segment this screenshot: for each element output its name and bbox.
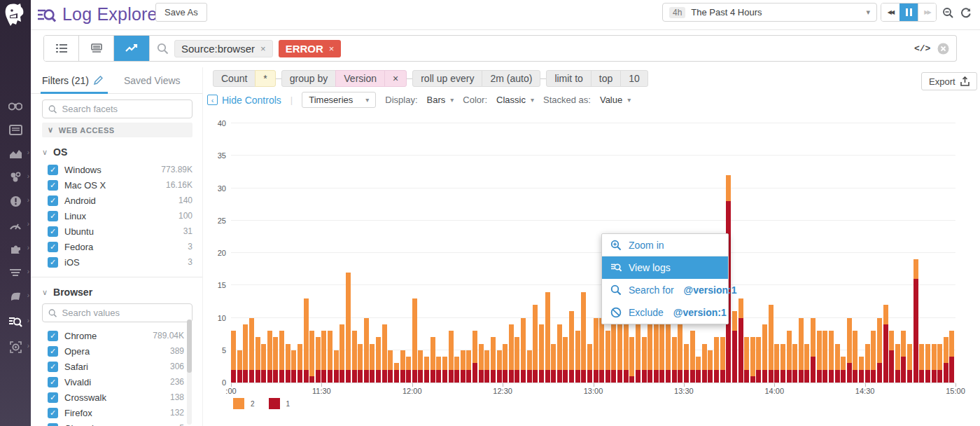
bar-segment-version1[interactable] — [629, 376, 634, 383]
bar-segment-version2[interactable] — [472, 331, 477, 363]
bar-segment-version1[interactable] — [642, 370, 647, 383]
bar-segment-version1[interactable] — [267, 370, 272, 383]
bar[interactable] — [491, 337, 496, 383]
bar-segment-version1[interactable] — [539, 370, 544, 383]
bar[interactable] — [286, 344, 290, 383]
bar[interactable] — [581, 292, 586, 383]
bar[interactable] — [484, 350, 489, 383]
bar[interactable] — [569, 311, 574, 383]
bar-segment-version1[interactable] — [346, 370, 351, 383]
bar[interactable] — [859, 357, 864, 383]
bar-segment-version1[interactable] — [889, 350, 894, 383]
bar-segment-version1[interactable] — [787, 370, 792, 383]
bar-segment-version2[interactable] — [587, 344, 592, 370]
checkbox-checked-icon[interactable]: ✓ — [48, 242, 58, 252]
remove-filter-icon[interactable]: × — [260, 43, 266, 54]
bar-segment-version2[interactable] — [527, 350, 532, 370]
bar-segment-version1[interactable] — [261, 370, 266, 383]
checkbox-checked-icon[interactable]: ✓ — [48, 195, 58, 206]
bar-segment-version2[interactable] — [321, 331, 326, 370]
facet-item[interactable]: ✓Safari306 — [48, 359, 184, 374]
bar-segment-version1[interactable] — [249, 370, 254, 383]
bar[interactable] — [346, 273, 351, 383]
menu-item-exclude[interactable]: Exclude @version:1 — [602, 301, 728, 324]
bar[interactable] — [811, 318, 816, 383]
bar-segment-version1[interactable] — [334, 370, 339, 383]
bar-segment-version2[interactable] — [913, 259, 918, 279]
facet-header-os[interactable]: ∨ OS — [42, 146, 192, 158]
bar[interactable] — [714, 337, 719, 383]
bar-segment-version2[interactable] — [575, 331, 580, 370]
bar[interactable] — [756, 337, 761, 383]
bar-segment-version1[interactable] — [624, 370, 629, 383]
limit-value-chip[interactable]: 10 — [620, 70, 648, 87]
bar-segment-version2[interactable] — [756, 337, 761, 369]
bar-segment-version2[interactable] — [744, 337, 749, 369]
bar-segment-version1[interactable] — [436, 370, 441, 383]
bar-segment-version1[interactable] — [919, 370, 924, 383]
scrollbar-thumb[interactable] — [187, 320, 192, 373]
bar-segment-version2[interactable] — [557, 324, 562, 370]
bar[interactable] — [503, 344, 507, 383]
bar-segment-version1[interactable] — [316, 370, 321, 383]
bar-segment-version1[interactable] — [901, 357, 906, 383]
bar[interactable] — [370, 344, 374, 383]
bar-segment-version1[interactable] — [304, 370, 309, 383]
count-chip[interactable]: Count — [213, 70, 255, 87]
bar[interactable] — [279, 331, 284, 383]
bar-segment-version2[interactable] — [382, 324, 387, 370]
checkbox-checked-icon[interactable]: ✓ — [48, 362, 58, 372]
bar-segment-version1[interactable] — [243, 370, 248, 383]
nav-logs[interactable]: › — [0, 311, 31, 332]
bar[interactable] — [442, 357, 447, 383]
checkbox-checked-icon[interactable]: ✓ — [48, 226, 58, 237]
bar[interactable] — [563, 337, 568, 383]
bar-segment-version1[interactable] — [545, 370, 550, 383]
bar-segment-version1[interactable] — [400, 370, 405, 383]
menu-item-search-for[interactable]: Search for @version:1 — [602, 279, 728, 301]
bar-segment-version1[interactable] — [648, 370, 652, 383]
bar[interactable] — [587, 344, 592, 383]
bar-segment-version1[interactable] — [859, 370, 864, 383]
bar[interactable] — [642, 337, 647, 383]
bar[interactable] — [666, 324, 671, 383]
bar-segment-version2[interactable] — [811, 318, 816, 357]
bar[interactable] — [575, 331, 580, 383]
bar-segment-version2[interactable] — [594, 318, 598, 370]
bar-segment-version2[interactable] — [461, 350, 465, 370]
bar-segment-version1[interactable] — [756, 370, 761, 383]
bar[interactable] — [780, 344, 785, 383]
bar-segment-version2[interactable] — [449, 331, 454, 370]
bar-segment-version1[interactable] — [514, 370, 519, 383]
bar[interactable] — [889, 331, 894, 383]
bar[interactable] — [400, 350, 405, 383]
bar[interactable] — [919, 344, 924, 383]
bar-segment-version2[interactable] — [412, 298, 417, 370]
tab-saved-views[interactable]: Saved Views — [124, 75, 181, 86]
bar-segment-version2[interactable] — [388, 350, 393, 370]
bar[interactable] — [382, 324, 387, 383]
bar[interactable] — [328, 331, 332, 383]
nav-metrics[interactable]: › — [0, 214, 31, 235]
bar-segment-version2[interactable] — [503, 344, 507, 370]
bar-segment-version1[interactable] — [949, 357, 954, 383]
bar-segment-version1[interactable] — [672, 370, 677, 383]
bar-segment-version1[interactable] — [611, 370, 616, 383]
filter-chip-source[interactable]: Source:browser × — [174, 40, 273, 57]
bar[interactable] — [847, 318, 852, 383]
bar[interactable] — [901, 331, 906, 383]
bar-segment-version2[interactable] — [932, 344, 937, 370]
legend-item[interactable]: 2 — [233, 398, 255, 409]
bar[interactable] — [249, 318, 254, 383]
checkbox-checked-icon[interactable]: ✓ — [48, 211, 58, 221]
bar-segment-version2[interactable] — [599, 318, 604, 370]
facet-item[interactable]: ✓Fedora3 — [48, 239, 192, 254]
bar-segment-version1[interactable] — [466, 370, 471, 383]
bar[interactable] — [690, 331, 695, 383]
nav-hostmap[interactable]: › — [0, 167, 31, 188]
bar[interactable] — [545, 292, 550, 383]
facet-value-label[interactable]: Chrome — [64, 331, 97, 341]
facet-value-label[interactable]: Mac OS X — [64, 180, 106, 191]
bar-segment-version2[interactable] — [847, 318, 852, 364]
bar[interactable] — [829, 331, 834, 383]
